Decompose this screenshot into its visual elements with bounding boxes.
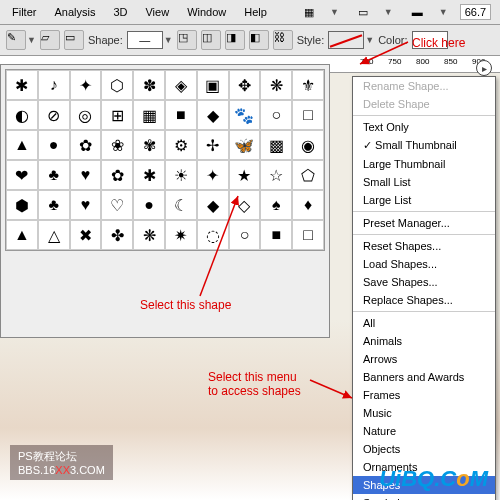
menu-item-animals[interactable]: Animals (353, 332, 495, 350)
shape-cell[interactable]: ☾ (165, 190, 197, 220)
menu-item-save[interactable]: Save Shapes... (353, 273, 495, 291)
shape-cell[interactable]: ♠ (260, 190, 292, 220)
shape-cell[interactable]: ◆ (197, 100, 229, 130)
mode-icon-4[interactable]: ◧ (249, 30, 269, 50)
shape-cell[interactable]: ❋ (133, 220, 165, 250)
mode-icon-3[interactable]: ◨ (225, 30, 245, 50)
shape-cell[interactable]: ○ (229, 220, 261, 250)
shape-cell[interactable]: ✷ (165, 220, 197, 250)
menu-item-symbols[interactable]: Symbols (353, 494, 495, 500)
view-extras-icon[interactable]: ▭ (351, 1, 375, 23)
bridge-icon[interactable]: ▦ (297, 1, 321, 23)
shape-cell[interactable]: ♪ (38, 70, 70, 100)
shape-cell[interactable]: ● (133, 190, 165, 220)
shape-cell[interactable]: ▩ (260, 130, 292, 160)
shape-cell[interactable]: □ (292, 100, 324, 130)
paths-icon[interactable]: ▭ (64, 30, 84, 50)
shape-cell[interactable]: ⊘ (38, 100, 70, 130)
shape-cell[interactable]: ⬢ (6, 190, 38, 220)
shape-cell[interactable]: ✿ (101, 160, 133, 190)
shape-cell[interactable]: ● (38, 130, 70, 160)
shape-cell[interactable]: ⚜ (292, 70, 324, 100)
link-icon[interactable]: ⛓ (273, 30, 293, 50)
menu-3d[interactable]: 3D (107, 4, 133, 20)
menu-item-nature[interactable]: Nature (353, 422, 495, 440)
shape-cell[interactable]: ☀ (165, 160, 197, 190)
shape-cell[interactable]: ✦ (197, 160, 229, 190)
menu-analysis[interactable]: Analysis (48, 4, 101, 20)
shape-cell[interactable]: ▲ (6, 130, 38, 160)
shape-cell[interactable]: ◎ (70, 100, 102, 130)
menu-item-objects[interactable]: Objects (353, 440, 495, 458)
shape-cell[interactable]: ■ (165, 100, 197, 130)
shape-cell[interactable]: ◐ (6, 100, 38, 130)
menu-item-large-list[interactable]: Large List (353, 191, 495, 209)
menu-item-load[interactable]: Load Shapes... (353, 255, 495, 273)
shape-cell[interactable]: ✢ (197, 130, 229, 160)
shape-cell[interactable]: 🐾 (229, 100, 261, 130)
shape-cell[interactable]: ⬠ (292, 160, 324, 190)
menu-filter[interactable]: Filter (6, 4, 42, 20)
shape-cell[interactable]: ✥ (229, 70, 261, 100)
shape-layers-icon[interactable]: ▱ (40, 30, 60, 50)
menu-item-banners[interactable]: Banners and Awards (353, 368, 495, 386)
shape-cell[interactable]: 🦋 (229, 130, 261, 160)
menu-item-preset-mgr[interactable]: Preset Manager... (353, 214, 495, 232)
shape-cell[interactable]: ❋ (260, 70, 292, 100)
shape-cell[interactable]: ◉ (292, 130, 324, 160)
shape-cell[interactable]: ❤ (6, 160, 38, 190)
shape-cell[interactable]: ◆ (197, 190, 229, 220)
shape-cell[interactable]: ✿ (70, 130, 102, 160)
shape-cell[interactable]: ♣ (38, 190, 70, 220)
menu-item-music[interactable]: Music (353, 404, 495, 422)
shape-cell[interactable]: ✖ (70, 220, 102, 250)
shape-cell[interactable]: □ (292, 220, 324, 250)
shape-cell[interactable]: ✽ (133, 70, 165, 100)
shape-cell[interactable]: ◇ (229, 190, 261, 220)
menu-item-large-thumb[interactable]: Large Thumbnail (353, 155, 495, 173)
shape-cell[interactable]: ◌ (197, 220, 229, 250)
shape-cell[interactable]: ♥ (70, 190, 102, 220)
menu-item-frames[interactable]: Frames (353, 386, 495, 404)
shape-cell[interactable]: ★ (229, 160, 261, 190)
shape-cell[interactable]: ◈ (165, 70, 197, 100)
flyout-button[interactable]: ▸ (476, 60, 492, 76)
menu-help[interactable]: Help (238, 4, 273, 20)
shape-cell[interactable]: ✾ (133, 130, 165, 160)
shape-cell[interactable]: ▣ (197, 70, 229, 100)
zoom-value[interactable]: 66.7 (460, 4, 491, 20)
shape-cell[interactable]: ♦ (292, 190, 324, 220)
shape-cell[interactable]: ▲ (6, 220, 38, 250)
shape-cell[interactable]: ✱ (6, 70, 38, 100)
shape-cell[interactable]: ▦ (133, 100, 165, 130)
menu-item-text-only[interactable]: Text Only (353, 118, 495, 136)
shape-cell[interactable]: ♥ (70, 160, 102, 190)
menu-view[interactable]: View (139, 4, 175, 20)
shape-cell[interactable]: △ (38, 220, 70, 250)
menu-item-small-thumb[interactable]: Small Thumbnail (353, 136, 495, 155)
menu-item-arrows[interactable]: Arrows (353, 350, 495, 368)
menu-item-all[interactable]: All (353, 314, 495, 332)
mode-icon-2[interactable]: ◫ (201, 30, 221, 50)
pen-tool-icon[interactable]: ✎ (6, 30, 26, 50)
shape-cell[interactable]: ⬡ (101, 70, 133, 100)
mode-icon-1[interactable]: ◳ (177, 30, 197, 50)
shape-cell[interactable]: ♣ (38, 160, 70, 190)
screen-mode-icon[interactable]: ▬ (405, 1, 430, 23)
style-picker[interactable] (328, 31, 364, 49)
shape-cell[interactable]: ⊞ (101, 100, 133, 130)
shape-cell[interactable]: ⚙ (165, 130, 197, 160)
shape-cell[interactable]: ■ (260, 220, 292, 250)
menu-item-reset[interactable]: Reset Shapes... (353, 237, 495, 255)
shape-cell[interactable]: ○ (260, 100, 292, 130)
shape-cell[interactable]: ✤ (101, 220, 133, 250)
shape-cell[interactable]: ♡ (101, 190, 133, 220)
shape-cell[interactable]: ☆ (260, 160, 292, 190)
shape-cell[interactable]: ✱ (133, 160, 165, 190)
shape-cell[interactable]: ✦ (70, 70, 102, 100)
menu-item-small-list[interactable]: Small List (353, 173, 495, 191)
menu-item-replace[interactable]: Replace Shapes... (353, 291, 495, 309)
menu-window[interactable]: Window (181, 4, 232, 20)
shape-cell[interactable]: ❀ (101, 130, 133, 160)
shape-picker[interactable]: — (127, 31, 163, 49)
